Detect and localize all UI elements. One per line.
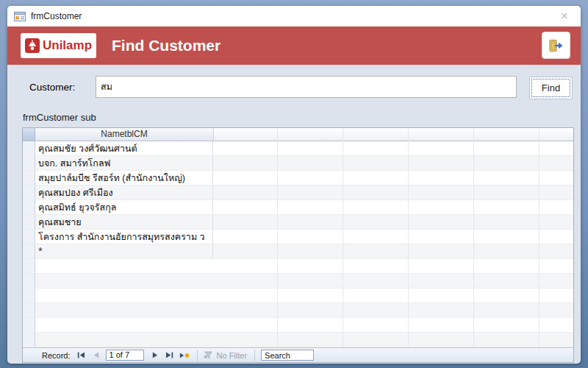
first-record-button[interactable]	[76, 350, 87, 361]
previous-record-button[interactable]	[91, 350, 101, 361]
record-selector	[23, 289, 35, 302]
first-record-icon	[77, 352, 85, 358]
new-record-button[interactable]	[179, 350, 190, 361]
new-record-cell[interactable]: *	[35, 244, 213, 258]
datasheet-header-row: NametblCM	[23, 128, 573, 141]
no-filter-label[interactable]: No Filter	[217, 351, 248, 360]
record-selector-header[interactable]	[23, 128, 35, 141]
record-selector[interactable]	[23, 244, 35, 258]
table-row[interactable]: บจก. สมาร์ทโกลฟ	[23, 156, 573, 171]
column-header-nametblcm[interactable]: NametblCM	[35, 128, 214, 141]
customer-name-cell[interactable]: คุณสมปอง ศรีเมือง	[35, 185, 213, 199]
table-row[interactable]: โครงการ สำนักงานอัยการสมุทรสงคราม ว	[23, 230, 573, 244]
customer-input[interactable]	[96, 76, 517, 98]
window-title: frmCustomer	[31, 11, 553, 21]
new-record-icon	[179, 352, 190, 359]
exit-door-icon	[548, 39, 565, 52]
record-selector[interactable]	[23, 171, 35, 185]
form-header: Unilamp Find Customer	[7, 26, 581, 65]
close-icon[interactable]: ×	[553, 6, 581, 26]
customer-name-cell[interactable]: โครงการ สำนักงานอัยการสมุทรสงคราม ว	[35, 230, 213, 244]
record-position-box[interactable]: 1 of 7	[106, 350, 144, 361]
unilamp-lamp-icon	[25, 38, 40, 53]
record-selector[interactable]	[23, 185, 35, 199]
empty-row	[23, 318, 573, 333]
title-bar: frmCustomer ×	[7, 6, 581, 26]
nav-divider	[197, 350, 198, 361]
unilamp-logo: Unilamp	[21, 33, 96, 58]
empty-row	[23, 289, 573, 303]
next-record-icon	[152, 352, 158, 358]
new-record-row[interactable]: *	[23, 244, 573, 259]
exit-button[interactable]	[542, 32, 570, 59]
record-selector	[23, 274, 35, 288]
customer-name-cell[interactable]: บจก. สมาร์ทโกลฟ	[35, 156, 213, 170]
record-selector[interactable]	[23, 215, 35, 229]
customer-name-cell[interactable]: คุณสมชัย วงศ์วัฒนศานต์	[35, 141, 213, 155]
record-selector[interactable]	[23, 200, 35, 214]
empty-row	[23, 274, 573, 289]
record-label: Record:	[42, 351, 71, 360]
page-title: Find Customer	[112, 37, 220, 54]
nav-divider	[254, 350, 255, 361]
table-row[interactable]: คุณสมชัย วงศ์วัฒนศานต์	[23, 141, 573, 156]
customer-datasheet: NametblCM คุณสมชัย วงศ์วัฒนศานต์ บจก. สม…	[22, 127, 574, 363]
customer-name-cell[interactable]: คุณสมชาย	[35, 215, 213, 229]
datasheet-rows: คุณสมชัย วงศ์วัฒนศานต์ บจก. สมาร์ทโกลฟ ส…	[23, 141, 573, 244]
subform-label: frmCustomer sub	[23, 112, 96, 123]
table-row[interactable]: สมุยปาล์มบีช รีสอร์ท (สำนักงานใหญ่)	[23, 171, 573, 185]
table-row[interactable]: คุณสมิทธ์ ยุวจรัสกุล	[23, 200, 573, 215]
customer-name-cell[interactable]: สมุยปาล์มบีช รีสอร์ท (สำนักงานใหญ่)	[35, 171, 213, 185]
form-body: Customer: Find frmCustomer sub NametblCM…	[7, 65, 581, 364]
table-row[interactable]: คุณสมปอง ศรีเมือง	[23, 185, 573, 200]
customer-label: Customer:	[29, 82, 75, 93]
empty-row	[23, 303, 573, 318]
empty-row	[23, 333, 573, 347]
record-selector	[23, 259, 35, 273]
form-icon	[14, 12, 26, 21]
record-search-input[interactable]	[261, 350, 314, 361]
record-selector[interactable]	[23, 156, 35, 170]
table-row[interactable]: คุณสมชาย	[23, 215, 573, 230]
new-record-marker: *	[38, 246, 43, 256]
empty-row	[23, 259, 573, 274]
last-record-button[interactable]	[165, 350, 175, 361]
form-window: frmCustomer × Unilamp Find Customer Cust…	[7, 6, 581, 364]
no-filter-icon	[204, 350, 214, 361]
record-navigation-bar: Record: 1 of 7	[23, 347, 573, 362]
record-selector	[23, 333, 35, 347]
last-record-icon	[165, 352, 173, 358]
customer-name-cell[interactable]: คุณสมิทธ์ ยุวจรัสกุล	[35, 200, 213, 214]
previous-record-icon	[93, 352, 99, 358]
record-selector	[23, 318, 35, 332]
record-selector[interactable]	[23, 230, 35, 244]
record-selector	[23, 303, 35, 317]
next-record-button[interactable]	[150, 350, 160, 361]
record-selector[interactable]	[23, 141, 35, 155]
logo-text: Unilamp	[43, 38, 92, 53]
find-button[interactable]: Find	[529, 77, 573, 99]
